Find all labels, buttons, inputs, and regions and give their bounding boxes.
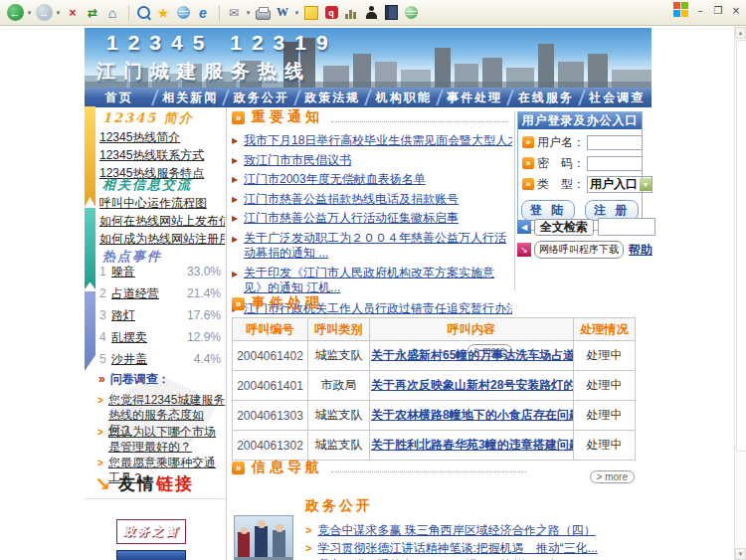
notices-title: 重要通知 bbox=[252, 108, 323, 126]
edit-word-icon[interactable]: W bbox=[274, 4, 291, 22]
notice-link[interactable]: 致江门市市民倡议书 bbox=[244, 153, 351, 167]
print-icon[interactable] bbox=[254, 4, 272, 22]
notice-link[interactable]: 关于印发《江门市人民政府机构改革方案实施意见》的通知 江机... bbox=[244, 266, 494, 294]
contacts-icon[interactable] bbox=[362, 4, 380, 22]
scrollbar-thumb[interactable] bbox=[736, 40, 746, 452]
hot-event-link[interactable]: 路灯 bbox=[111, 307, 135, 324]
friend-link-banner[interactable] bbox=[116, 550, 186, 560]
event-link[interactable]: 关于再次反映象山新村28号安装路灯的问题 bbox=[371, 378, 574, 392]
notice-link[interactable]: 关于广泛发动职工为２００４年慈善公益万人行活动募捐的通知 ... bbox=[244, 231, 506, 260]
stop-icon[interactable]: × bbox=[64, 4, 82, 22]
password-row: » 密 码： bbox=[522, 155, 638, 171]
minimize-button[interactable]: – bbox=[693, 3, 707, 17]
browser-toolbar: ← ▾ → ▾ × ⇄ ⌂ ★ e ✉ ▾ W ▾ q – ❐ × bbox=[0, 0, 746, 26]
gov-link[interactable]: 学习贯彻张德江讲话精神笔谈:把握机遇 推动“三化... bbox=[317, 541, 597, 555]
notice-item: 致江门市市民倡议书 bbox=[232, 153, 512, 167]
event-link[interactable]: 关于永盛新村65幢的万事达洗车场占道经营问题 bbox=[371, 348, 574, 362]
event-link[interactable]: 关于胜利北路春华苑3幢的违章搭建问题 bbox=[371, 438, 574, 452]
hot-event-row: 1 噪音 33.0% bbox=[99, 264, 221, 280]
arrow-bullet-icon: > bbox=[97, 458, 103, 468]
scroll-down-icon[interactable]: ▼ bbox=[735, 548, 746, 560]
sidebar-intro-links: 12345热线简介 12345热线联系方式 12345热线服务特点 bbox=[99, 128, 225, 182]
nav-tab-policies[interactable]: 政策法规 bbox=[298, 88, 368, 107]
table-row: 2004061401 市政局 关于再次反映象山新村28号安装路灯的问题 处理中 bbox=[233, 371, 636, 401]
hot-event-link[interactable]: 沙井盖 bbox=[111, 351, 147, 368]
home-icon[interactable]: ⌂ bbox=[103, 4, 121, 22]
table-header-row: 呼叫编号 呼叫类别 呼叫内容 处理情况 bbox=[233, 318, 636, 341]
download-arrow-icon[interactable]: ↘ bbox=[517, 243, 531, 257]
sidebar-link-register-user[interactable]: 如何成为热线网站注册用户 bbox=[99, 230, 225, 248]
forward-dropdown-icon[interactable]: ▾ bbox=[55, 9, 62, 17]
scroll-up-icon[interactable]: ▲ bbox=[735, 27, 746, 39]
vertical-scrollbar[interactable]: ▲ ▼ bbox=[734, 27, 746, 560]
windows-logo-icon bbox=[673, 2, 689, 18]
column-divider bbox=[226, 107, 227, 560]
notice-item: 江门市2003年度无偿献血表扬名单 bbox=[232, 172, 512, 186]
messenger-icon[interactable]: q bbox=[322, 4, 340, 22]
hot-event-link[interactable]: 噪音 bbox=[111, 264, 135, 280]
events-table: 呼叫编号 呼叫类别 呼叫内容 处理情况 2004061402 城监支队 关于永盛… bbox=[232, 317, 636, 461]
password-input[interactable] bbox=[587, 156, 643, 171]
sidebar-link-hotline-intro[interactable]: 12345热线简介 bbox=[99, 128, 225, 146]
history-icon[interactable]: e bbox=[194, 4, 212, 22]
event-link[interactable]: 关于农林横路8幢地下的小食店存在问题 bbox=[371, 408, 574, 422]
nav-tab-survey[interactable]: 社会调查 bbox=[583, 88, 653, 107]
sidebar-link-publish-info[interactable]: 如何在热线网站上发布信息 bbox=[99, 212, 225, 230]
sidebar-intro-title: 12345 简介 bbox=[102, 109, 194, 127]
event-status: 处理中 bbox=[574, 431, 636, 461]
divider bbox=[85, 498, 226, 499]
hot-event-link[interactable]: 乱摆卖 bbox=[111, 329, 147, 346]
nav-tab-gov-affairs[interactable]: 政务公开 bbox=[227, 88, 296, 107]
mail-icon[interactable]: ✉ bbox=[225, 4, 243, 22]
event-status: 处理中 bbox=[574, 341, 636, 371]
event-status: 处理中 bbox=[574, 401, 636, 431]
sidebar-link-call-center-flow[interactable]: 呼叫中心运作流程图 bbox=[99, 194, 225, 212]
forward-icon[interactable]: → bbox=[35, 4, 53, 22]
notice-link[interactable]: 江门市慈善公益捐款热线电话及捐款账号 bbox=[244, 192, 459, 206]
user-type-select[interactable]: 用户入口 ▼ bbox=[587, 176, 653, 193]
fulltext-search-input[interactable] bbox=[598, 218, 655, 236]
notice-link[interactable]: 我市下月18日举行高校毕业生供需见面会暨大型人才交流会 bbox=[244, 133, 512, 147]
bent-arrow-icon: ↘ bbox=[94, 472, 112, 495]
refresh-icon[interactable]: ⇄ bbox=[84, 4, 101, 22]
friend-links-header: ↘ 友情 链接 bbox=[94, 472, 194, 495]
dotted-rule bbox=[331, 111, 508, 122]
favorites-icon[interactable]: ★ bbox=[154, 4, 172, 22]
survey-question[interactable]: 您认为以下哪个市场是管理最好的？ bbox=[108, 425, 226, 455]
arrow-square-icon: » bbox=[522, 157, 534, 169]
table-row: 2004061402 城监支队 关于永盛新村65幢的万事达洗车场占道经营问题 处… bbox=[233, 341, 636, 371]
gov-link-item: 竞合中谋求多赢 珠三角西岸区域经济合作之路（四） bbox=[305, 523, 634, 537]
gov-link-item: 学习贯彻张德江讲话精神笔谈:把握机遇 推动“三化... bbox=[305, 541, 634, 555]
book-icon[interactable] bbox=[382, 4, 400, 22]
mail-dropdown-icon[interactable]: ▾ bbox=[245, 9, 252, 17]
search-icon[interactable] bbox=[134, 4, 152, 22]
sidebar-link-contact[interactable]: 12345热线联系方式 bbox=[99, 146, 225, 164]
fulltext-search-button[interactable]: 全文检索 bbox=[534, 219, 594, 236]
username-input[interactable] bbox=[587, 135, 643, 150]
media-icon[interactable] bbox=[174, 4, 192, 22]
nav-tab-functions[interactable]: 机构职能 bbox=[369, 88, 439, 107]
section-arrow-icon: » bbox=[232, 297, 245, 310]
gov-link[interactable]: 竞合中谋求多赢 珠三角西岸区域经济合作之路（四） bbox=[317, 523, 595, 537]
nav-tab-event-handling[interactable]: 事件处理 bbox=[441, 88, 510, 107]
hot-event-link[interactable]: 占道经营 bbox=[111, 285, 159, 302]
back-dropdown-icon[interactable]: ▾ bbox=[26, 9, 33, 17]
sidebar: 12345 简介 12345热线简介 12345热线联系方式 12345热线服务… bbox=[85, 104, 226, 560]
close-button[interactable]: × bbox=[729, 3, 743, 17]
back-icon[interactable]: ← bbox=[6, 4, 24, 22]
network-call-row: ↘ 网络呼叫程序下载 帮助 bbox=[517, 241, 653, 259]
restore-button[interactable]: ❐ bbox=[711, 3, 725, 17]
network-call-download-button[interactable]: 网络呼叫程序下载 bbox=[534, 241, 624, 259]
nav-tab-online-services[interactable]: 在线服务 bbox=[511, 88, 581, 107]
notice-link[interactable]: 江门市2003年度无偿献血表扬名单 bbox=[244, 172, 426, 186]
login-panel-header: 用户登录及办公入口 bbox=[518, 112, 642, 129]
hot-event-row: 4 乱摆卖 12.9% bbox=[99, 329, 221, 345]
notes-icon[interactable] bbox=[302, 4, 320, 22]
help-link[interactable]: 帮助 bbox=[629, 242, 653, 259]
chart-icon[interactable] bbox=[342, 4, 360, 22]
web-globe-icon[interactable] bbox=[402, 4, 420, 22]
search-arrow-icon[interactable]: ◀ bbox=[517, 220, 531, 234]
gov-window-banner[interactable]: 政务之窗 bbox=[116, 519, 186, 544]
edit-dropdown-icon[interactable]: ▾ bbox=[293, 9, 300, 17]
notice-link[interactable]: 江门市慈善公益万人行活动征集徽标启事 bbox=[244, 211, 459, 225]
